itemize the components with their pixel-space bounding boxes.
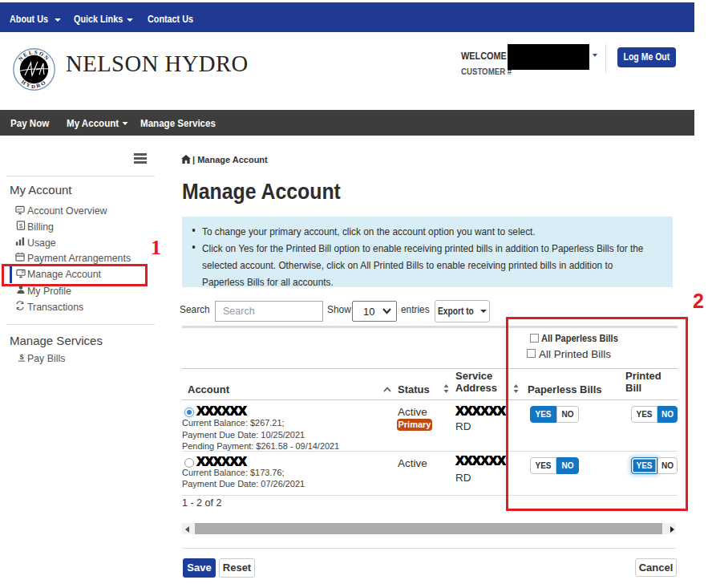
svg-text:$: $ bbox=[19, 222, 22, 229]
svg-text:$: $ bbox=[19, 353, 23, 361]
